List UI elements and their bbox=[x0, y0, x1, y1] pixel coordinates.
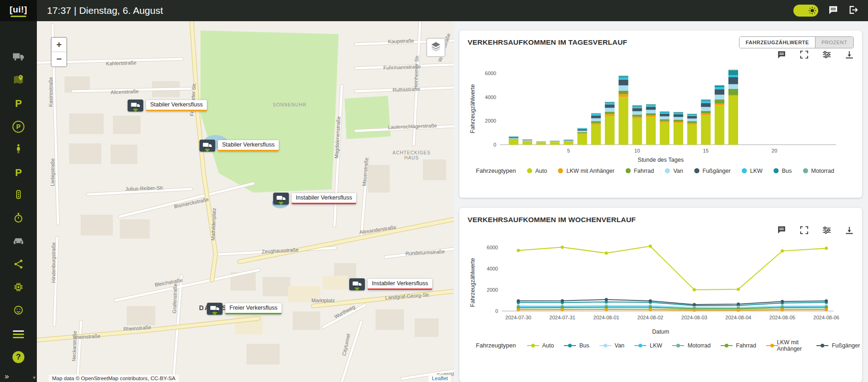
comment-button[interactable] bbox=[777, 50, 786, 59]
parking-icon: P bbox=[15, 99, 22, 109]
sidebar-nav: P P P bbox=[0, 46, 37, 369]
legend-label: Fahrrad bbox=[736, 342, 756, 349]
svg-text:2024-08-05: 2024-08-05 bbox=[769, 315, 795, 320]
legend-item[interactable]: LKW bbox=[634, 342, 662, 349]
legend-item[interactable]: LKW bbox=[742, 168, 762, 174]
street-label: Rundeturmstraße bbox=[405, 249, 445, 256]
legend-item[interactable]: Motorrad bbox=[672, 342, 710, 349]
svg-text:5: 5 bbox=[567, 148, 570, 153]
marker-label: Instabiler Verkersfluss bbox=[292, 193, 356, 204]
zoom-out-button[interactable]: − bbox=[52, 52, 66, 66]
legend-item[interactable]: Fußgänger bbox=[816, 342, 860, 349]
street-label: Kasinostraße bbox=[48, 77, 53, 107]
street-label: Frankfurter Str. bbox=[189, 82, 197, 116]
fullscreen-button[interactable] bbox=[800, 226, 809, 235]
legend-item[interactable]: Fahrrad bbox=[721, 342, 756, 349]
legend-item[interactable]: Auto bbox=[527, 168, 547, 174]
layers-button[interactable] bbox=[426, 38, 446, 57]
comment-button[interactable] bbox=[777, 226, 786, 235]
download-button[interactable] bbox=[845, 50, 854, 59]
download-icon bbox=[845, 50, 854, 59]
download-button[interactable] bbox=[845, 226, 854, 235]
traffic-flow-marker[interactable]: Stabiler Verkersfluss bbox=[199, 140, 215, 152]
svg-text:2024-08-02: 2024-08-02 bbox=[637, 315, 663, 320]
filter-button[interactable] bbox=[822, 226, 831, 235]
street-label: Kaupstraße bbox=[388, 38, 414, 44]
legend-item[interactable]: Motorrad bbox=[803, 168, 834, 174]
legend-label: Auto bbox=[535, 168, 547, 174]
sidebar-item-iot[interactable] bbox=[0, 276, 37, 300]
chat-button[interactable] bbox=[828, 6, 838, 16]
truck-icon bbox=[12, 51, 25, 65]
traffic-flow-marker[interactable]: Instabiler Verkersfluss bbox=[349, 278, 365, 290]
street-label: Heinheimer Str. bbox=[413, 54, 420, 89]
card-weekly-traffic: VERKEHRSAUFKOMMEN IM WOCHENVERLAUF Fahrz… bbox=[459, 208, 862, 382]
legend-swatch bbox=[721, 343, 733, 348]
street-label: Rheinstraße bbox=[123, 324, 152, 332]
traffic-flow-marker[interactable]: Instabiler Verkersfluss bbox=[273, 193, 289, 205]
comment-icon bbox=[777, 51, 786, 59]
sidebar: [ui!] P P P bbox=[0, 0, 37, 382]
legend-swatch bbox=[599, 343, 611, 348]
parking-zone-icon: P bbox=[15, 168, 22, 178]
map-canvas[interactable]: KasinostraßeKahlertstraßeAlicenstraßeFra… bbox=[37, 21, 454, 382]
legend-item[interactable]: Auto bbox=[527, 342, 554, 349]
logout-button[interactable] bbox=[848, 5, 858, 16]
charts-panel: VERKEHRSAUFKOMMEN IM TAGESVERLAUF FAHRZE… bbox=[454, 21, 868, 382]
fullscreen-button[interactable] bbox=[800, 50, 809, 59]
legend-label: Motorrad bbox=[811, 168, 834, 174]
sidebar-item-traffic-light[interactable] bbox=[0, 184, 37, 207]
street-label: Lautenschlägerstraße bbox=[388, 123, 437, 130]
filter-button[interactable] bbox=[822, 50, 831, 59]
marker-truck-icon bbox=[273, 193, 289, 205]
sidebar-item-map[interactable] bbox=[0, 69, 37, 92]
sidebar-item-parking[interactable]: P bbox=[0, 92, 37, 115]
comment-icon bbox=[777, 226, 786, 234]
chart-legend: Fahrzeugtypen AutoBusVanLKWMotorradFahrr… bbox=[476, 339, 854, 352]
sidebar-item-parking-2[interactable]: P bbox=[0, 161, 37, 184]
legend-item[interactable]: Van bbox=[665, 168, 683, 174]
legend-item[interactable]: Bus bbox=[564, 342, 589, 349]
toggle-count-values[interactable]: FAHRZEUGZÄHLWERTE bbox=[739, 37, 815, 48]
sidebar-item-menu[interactable] bbox=[0, 323, 37, 346]
legend-item[interactable]: LKW mit Anhänger bbox=[558, 168, 614, 174]
legend-item[interactable]: Fußgänger bbox=[694, 168, 731, 174]
zoom-in-button[interactable]: + bbox=[52, 38, 66, 52]
app-logo[interactable]: [ui!] bbox=[0, 0, 37, 21]
traffic-flow-marker[interactable]: Freier Verkersfluss bbox=[207, 303, 223, 315]
legend-item[interactable]: LKW mit Anhänger bbox=[766, 339, 806, 352]
sidebar-item-pedestrian[interactable] bbox=[0, 138, 37, 161]
legend-label: Fußgänger bbox=[703, 168, 731, 174]
legend-swatch bbox=[766, 343, 774, 348]
legend-swatch bbox=[527, 168, 532, 173]
sidebar-item-car[interactable] bbox=[0, 230, 37, 253]
traffic-flow-marker[interactable]: Stabiler Verkersfluss bbox=[128, 100, 143, 112]
sidebar-item-help[interactable]: ? bbox=[0, 346, 37, 369]
card-toolbar bbox=[468, 226, 854, 235]
legend-item[interactable]: Van bbox=[599, 342, 624, 349]
sidebar-item-share[interactable] bbox=[0, 253, 37, 276]
sidebar-item-feedback[interactable] bbox=[0, 300, 37, 323]
legend-item[interactable]: Fahrrad bbox=[626, 168, 654, 174]
marker-truck-icon bbox=[349, 278, 365, 290]
logo-text: [ui!] bbox=[10, 5, 27, 15]
sidebar-expand-chevrons[interactable]: » bbox=[5, 372, 9, 381]
sidebar-item-stopwatch[interactable] bbox=[0, 207, 37, 230]
legend-label: Bus bbox=[782, 168, 792, 174]
sidebar-item-parking-zone[interactable]: P bbox=[0, 115, 37, 138]
y-axis-label: Fahrzeugzählwerte bbox=[469, 84, 476, 133]
marker-truck-icon bbox=[207, 303, 223, 315]
sidebar-item-truck[interactable] bbox=[0, 46, 37, 69]
legend-swatch bbox=[742, 168, 747, 173]
unit-toggle: FAHRZEUGZÄHLWERTE PROZENT bbox=[739, 36, 854, 48]
leaflet-attribution[interactable]: Leaflet bbox=[428, 375, 451, 382]
street-label: Alicenstraße bbox=[111, 88, 139, 95]
theme-toggle[interactable] bbox=[793, 5, 818, 17]
map-attribution[interactable]: Map data © OpenStreetMap contributors, C… bbox=[49, 375, 179, 382]
sidebar-scroll-arrow[interactable]: ▾ bbox=[33, 375, 35, 381]
toggle-percent[interactable]: PROZENT bbox=[815, 37, 853, 48]
x-axis-label: Datum bbox=[468, 329, 854, 335]
filter-icon bbox=[822, 50, 831, 59]
legend-item[interactable]: Bus bbox=[774, 168, 792, 174]
legend-swatch bbox=[527, 343, 539, 348]
